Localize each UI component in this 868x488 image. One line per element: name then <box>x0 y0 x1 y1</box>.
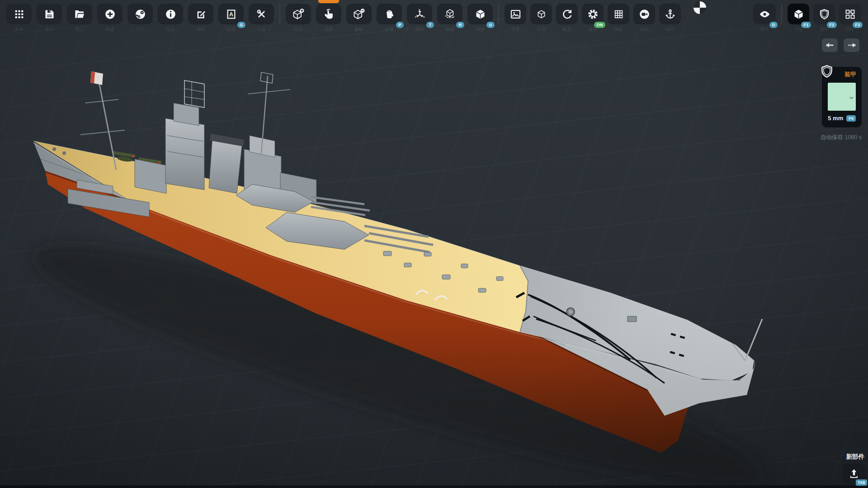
tool-label: 载入 <box>75 27 84 33</box>
autosave-value: 1060 s <box>844 134 862 141</box>
view-blocks-icon <box>793 8 805 20</box>
tool-decal-text[interactable]: AG贴花 <box>218 4 244 24</box>
tool-rotate-block[interactable]: R旋转 <box>437 4 462 24</box>
tool-label: 新建 <box>106 27 114 33</box>
tool-info[interactable]: 信息 <box>158 4 183 24</box>
shortcut-badge: U <box>486 22 495 28</box>
tool-label: 方块 <box>537 27 546 33</box>
grid-icon <box>613 8 625 20</box>
tool-anchor[interactable]: 锚点 <box>659 4 681 24</box>
toolbar-divider <box>279 4 280 24</box>
tool-open-folder[interactable]: 载入 <box>67 4 92 24</box>
remove-block-icon <box>353 8 365 20</box>
tool-tools[interactable]: 工具 <box>249 4 274 24</box>
radar-lattice <box>184 80 204 108</box>
armor-color-dropdown[interactable] <box>827 82 857 112</box>
tool-label: 设置 <box>589 27 597 33</box>
tool-scale-block[interactable]: U缩放 <box>467 4 493 24</box>
tool-visibility-eye[interactable]: O显示 <box>753 4 776 24</box>
tool-edit[interactable]: 编辑 <box>188 4 213 24</box>
redo-arrow-icon <box>847 41 856 50</box>
armor-panel: 装甲 5 mm F4 <box>822 67 862 127</box>
tool-label: 保存 <box>45 27 54 33</box>
scale-block-icon <box>474 8 486 20</box>
tool-move-axes[interactable]: yxzT移动 <box>407 4 432 24</box>
view-armor-icon <box>818 8 830 20</box>
tool-label: 信息 <box>166 27 175 33</box>
toolbar-group-view: 背景方块重置ON设置网格镜头锚点 <box>505 4 681 24</box>
tool-app-menu[interactable]: 菜单 <box>6 4 32 24</box>
svg-text:x: x <box>423 15 425 18</box>
rotate-block-icon <box>444 8 456 20</box>
tool-label: 方块 <box>794 27 803 33</box>
tool-steam-workshop[interactable]: 工坊 <box>127 4 153 24</box>
tool-label: 网格 <box>614 27 623 33</box>
undo-button[interactable] <box>822 38 838 52</box>
new-file-icon <box>104 8 116 20</box>
tool-block-style[interactable]: 方块 <box>530 4 552 24</box>
add-block-icon <box>292 8 305 20</box>
anchor-icon <box>664 8 676 20</box>
tool-background-image[interactable]: 背景 <box>505 4 526 24</box>
tool-grid[interactable]: 网格 <box>608 4 629 24</box>
autosave-status: 自动保存 1060 s <box>821 134 862 141</box>
naval-ensign-flag <box>90 71 103 85</box>
tool-select-hand[interactable]: 选择 <box>316 4 341 24</box>
tool-label: 工坊 <box>136 27 145 33</box>
tool-camera[interactable]: 镜头 <box>633 4 655 24</box>
tool-label: 缩放 <box>476 27 485 33</box>
tool-add-block[interactable]: 添加 <box>286 4 311 24</box>
block-style-icon <box>535 8 547 20</box>
tools-icon <box>255 8 268 20</box>
new-part-label: 新部件 <box>846 453 866 461</box>
armor-shortcut-badge: F4 <box>846 115 856 122</box>
visibility-eye-icon <box>759 8 771 20</box>
new-part-shortcut-badge: TAB <box>856 479 867 486</box>
tool-view-armor[interactable]: F2装甲 <box>813 4 835 24</box>
tool-label: 重置 <box>563 27 571 33</box>
paint-bucket-icon <box>383 8 396 20</box>
shortcut-badge: O <box>769 22 778 28</box>
save-icon <box>43 8 56 20</box>
tool-label: 菜单 <box>15 27 24 33</box>
tool-label: 背景 <box>511 27 520 33</box>
info-icon <box>165 8 177 20</box>
top-toolbar: 菜单保存载入新建工坊信息编辑AG贴花工具添加选择删除P涂装yxzT移动R旋转U缩… <box>0 0 868 24</box>
svg-text:z: z <box>415 15 416 18</box>
undo-arrow-icon <box>826 41 835 50</box>
toolbar-divider <box>781 4 782 24</box>
decal-text-icon: A <box>225 8 237 20</box>
shortcut-badge: P <box>396 22 404 28</box>
toolbar-divider <box>498 4 499 24</box>
viewport-3d[interactable] <box>0 0 868 488</box>
tool-label: 移动 <box>415 27 424 33</box>
tool-label: 贴花 <box>227 27 236 33</box>
tool-reset-view[interactable]: 重置 <box>556 4 578 24</box>
tool-save[interactable]: 保存 <box>37 4 62 24</box>
shortcut-badge: T <box>426 22 434 28</box>
settings-gear-icon <box>587 8 599 20</box>
autosave-label: 自动保存 <box>821 134 843 141</box>
new-part-button[interactable]: TAB <box>843 464 865 483</box>
app-window: 菜单保存载入新建工坊信息编辑AG贴花工具添加选择删除P涂装yxzT移动R旋转U缩… <box>0 0 868 488</box>
tool-label: 镜头 <box>640 27 649 33</box>
tool-settings-gear[interactable]: ON设置 <box>582 4 604 24</box>
steam-workshop-icon <box>134 8 146 20</box>
tool-label: 工具 <box>257 27 266 33</box>
tool-remove-block[interactable]: 删除 <box>346 4 372 24</box>
tool-view-blocks[interactable]: F1方块 <box>788 4 809 24</box>
center-of-mass-icon <box>693 1 706 14</box>
camera-icon <box>638 8 651 20</box>
scene-canvas <box>0 0 868 488</box>
tool-paint-bucket[interactable]: P涂装 <box>377 4 402 24</box>
shortcut-badge: R <box>456 22 464 28</box>
armor-thickness-value: 5 mm <box>828 115 843 122</box>
upload-arrow-icon <box>849 468 859 479</box>
redo-button[interactable] <box>844 38 859 52</box>
tool-new-file[interactable]: 新建 <box>97 4 123 24</box>
reset-view-icon <box>561 8 573 20</box>
tool-view-parts[interactable]: F3部件 <box>839 4 861 24</box>
tool-label: 编辑 <box>197 27 205 33</box>
tool-label: 显示 <box>760 27 769 33</box>
app-menu-icon <box>13 8 25 20</box>
